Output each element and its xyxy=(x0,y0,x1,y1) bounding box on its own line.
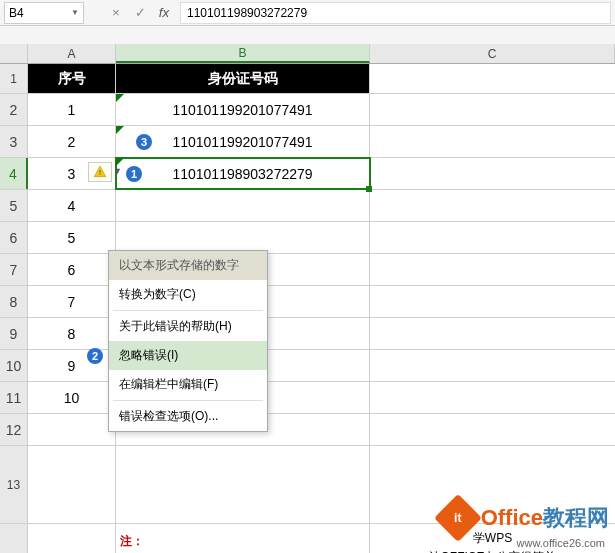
column-headers: A B C xyxy=(0,44,615,64)
cell-header-id[interactable]: 身份证号码 xyxy=(116,64,370,93)
note-title: 注： xyxy=(120,534,144,548)
select-all-corner[interactable] xyxy=(0,44,28,63)
svg-text:!: ! xyxy=(99,169,101,176)
error-context-menu: 以文本形式存储的数字 转换为数字(C) 关于此错误的帮助(H) 2 忽略错误(I… xyxy=(108,250,268,432)
cell[interactable] xyxy=(370,94,615,125)
row-header[interactable]: 13 xyxy=(0,446,28,523)
cell[interactable] xyxy=(28,446,116,523)
row-header[interactable]: 12 xyxy=(0,414,28,445)
watermark-text2: 教程网 xyxy=(543,503,609,533)
cell-seq[interactable]: 8 xyxy=(28,318,116,349)
cell[interactable] xyxy=(370,254,615,285)
watermark: it Office 教程网 xyxy=(441,501,609,535)
cell[interactable] xyxy=(370,222,615,253)
note-cell[interactable]: 注： 以上数据随机生成，仅供数据演示。 如有雷同，纯属巧合。 xyxy=(116,524,370,553)
menu-ignore-error[interactable]: 2 忽略错误(I) xyxy=(109,341,267,370)
cell[interactable] xyxy=(28,524,116,553)
cell[interactable] xyxy=(370,286,615,317)
cell-seq[interactable]: 10 xyxy=(28,382,116,413)
formula-value: 110101198903272279 xyxy=(187,6,307,20)
cell-seq[interactable]: 7 xyxy=(28,286,116,317)
cancel-icon[interactable]: × xyxy=(104,2,128,24)
cell-id[interactable] xyxy=(116,190,370,221)
cell[interactable] xyxy=(370,64,615,93)
cell-seq[interactable]: 5 xyxy=(28,222,116,253)
formula-input[interactable]: 110101198903272279 xyxy=(180,2,611,24)
cell-seq[interactable]: 2 xyxy=(28,126,116,157)
cell-id[interactable]: 110101199201077491 xyxy=(116,94,370,125)
cell-id-selected[interactable]: ! ▼ 1 110101198903272279 xyxy=(116,158,370,189)
cell-id[interactable]: 3 110101199201077491 xyxy=(116,126,370,157)
menu-help[interactable]: 关于此错误的帮助(H) xyxy=(109,312,267,341)
annotation-marker-2: 2 xyxy=(87,348,103,364)
cell[interactable] xyxy=(370,318,615,349)
cell-id-value: 110101199201077491 xyxy=(172,134,312,150)
row-header[interactable]: 14 xyxy=(0,524,28,553)
chevron-down-icon[interactable]: ▼ xyxy=(113,166,122,176)
menu-convert-number[interactable]: 转换为数字(C) xyxy=(109,280,267,309)
formula-bar: B4 ▼ × ✓ fx 110101198903272279 xyxy=(0,0,615,26)
cell-id-value: 110101198903272279 xyxy=(172,166,312,182)
cell[interactable] xyxy=(370,158,615,189)
col-header-a[interactable]: A xyxy=(28,44,116,63)
menu-error-options[interactable]: 错误检查选项(O)... xyxy=(109,402,267,431)
menu-ignore-label: 忽略错误(I) xyxy=(119,347,178,364)
row-header[interactable]: 9 xyxy=(0,318,28,349)
row-header[interactable]: 4 xyxy=(0,158,28,189)
row-header[interactable]: 3 xyxy=(0,126,28,157)
menu-header: 以文本形式存储的数字 xyxy=(109,251,267,280)
col-header-b[interactable]: B xyxy=(116,44,370,63)
cell-seq[interactable]: 4 xyxy=(28,190,116,221)
row-header[interactable]: 5 xyxy=(0,190,28,221)
watermark-logo-icon: it xyxy=(434,494,482,542)
cell[interactable] xyxy=(370,414,615,445)
cell[interactable] xyxy=(370,382,615,413)
cell[interactable] xyxy=(28,414,116,445)
cell-seq[interactable]: 1 xyxy=(28,94,116,125)
error-indicator[interactable]: ! xyxy=(88,162,112,182)
cell-header-seq[interactable]: 序号 xyxy=(28,64,116,93)
watermark-url: www.office26.com xyxy=(517,537,605,549)
annotation-marker-3: 3 xyxy=(136,134,152,150)
confirm-icon[interactable]: ✓ xyxy=(128,2,152,24)
row-header[interactable]: 7 xyxy=(0,254,28,285)
cell[interactable] xyxy=(370,190,615,221)
fill-handle[interactable] xyxy=(366,186,372,192)
watermark-text1: Office xyxy=(481,505,543,531)
cell[interactable] xyxy=(370,126,615,157)
row-header[interactable]: 10 xyxy=(0,350,28,381)
row-header[interactable]: 11 xyxy=(0,382,28,413)
col-header-c[interactable]: C xyxy=(370,44,615,63)
menu-edit-formula-bar[interactable]: 在编辑栏中编辑(F) xyxy=(109,370,267,399)
row-header[interactable]: 1 xyxy=(0,64,28,93)
cell[interactable] xyxy=(370,350,615,381)
name-box-value: B4 xyxy=(9,6,24,20)
row-header[interactable]: 2 xyxy=(0,94,28,125)
fx-button[interactable]: fx xyxy=(152,2,176,24)
grid: 1 序号 身份证号码 2 1 110101199201077491 3 2 3 … xyxy=(0,64,615,553)
row-header[interactable]: 8 xyxy=(0,286,28,317)
cell[interactable] xyxy=(116,446,370,523)
cell-id[interactable] xyxy=(116,222,370,253)
annotation-marker-1: 1 xyxy=(126,166,142,182)
cell-seq[interactable]: 6 xyxy=(28,254,116,285)
chevron-down-icon[interactable]: ▼ xyxy=(71,8,79,17)
name-box[interactable]: B4 ▼ xyxy=(4,2,84,24)
row-header[interactable]: 6 xyxy=(0,222,28,253)
